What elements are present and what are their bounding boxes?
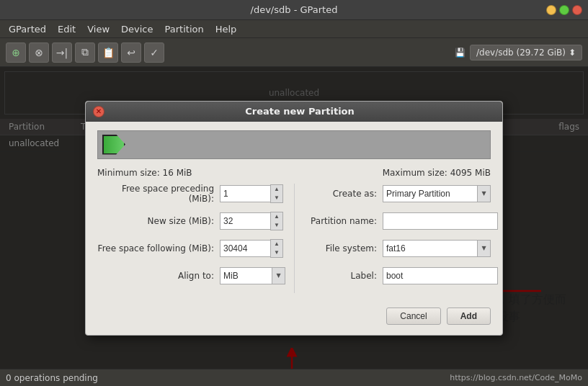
partition-name-input[interactable] bbox=[383, 212, 498, 230]
partition-name-label: Partition name: bbox=[303, 216, 383, 226]
dialog-close-button[interactable]: ✕ bbox=[93, 106, 104, 117]
free-preceding-label: Free space preceding (MiB): bbox=[97, 184, 220, 204]
free-following-input[interactable] bbox=[220, 240, 270, 257]
new-size-spinner-btns: ▲ ▼ bbox=[270, 212, 283, 230]
file-system-label: File system: bbox=[303, 243, 383, 253]
menu-device[interactable]: Device bbox=[115, 22, 159, 36]
title-bar: /dev/sdb - GParted bbox=[0, 0, 588, 20]
menu-edit[interactable]: Edit bbox=[52, 22, 81, 36]
new-size-up[interactable]: ▲ bbox=[271, 212, 282, 221]
form-left: Free space preceding (MiB): ▲ ▼ bbox=[97, 184, 294, 293]
device-spinner-icon: ⬍ bbox=[569, 48, 576, 58]
label-label: Label: bbox=[303, 271, 383, 281]
menu-gparted[interactable]: GParted bbox=[3, 22, 52, 36]
new-size-label: New size (MiB): bbox=[97, 216, 220, 226]
modal-overlay: ✕ Create new Partition Minimum size: 16 … bbox=[0, 67, 588, 369]
window-controls bbox=[546, 5, 582, 15]
toolbar: ⊕ ⊗ →| ⧉ 📋 ↩ ✓ 💾 /dev/sdb (29.72 GiB) ⬍ bbox=[0, 38, 588, 67]
free-following-spinner: ▲ ▼ bbox=[220, 239, 285, 258]
toolbar-cancel-btn[interactable]: ⊗ bbox=[29, 42, 49, 63]
new-size-input[interactable] bbox=[220, 212, 270, 230]
align-to-label: Align to: bbox=[97, 271, 220, 281]
device-label: /dev/sdb (29.72 GiB) bbox=[476, 48, 566, 58]
operations-pending: 0 operations pending bbox=[6, 373, 98, 383]
menu-help[interactable]: Help bbox=[210, 22, 243, 36]
min-size-value: 16 MiB bbox=[163, 168, 192, 178]
close-button[interactable] bbox=[572, 5, 582, 15]
menu-view[interactable]: View bbox=[81, 22, 115, 36]
free-preceding-spinner: ▲ ▼ bbox=[220, 184, 285, 203]
new-size-spinner: ▲ ▼ bbox=[220, 212, 285, 230]
dialog-title-bar: ✕ Create new Partition bbox=[86, 102, 502, 122]
align-to-row: Align to: MiB Cylinder None ▼ bbox=[97, 266, 285, 286]
status-url: https://blog.csdn.net/Code_MoMo bbox=[450, 373, 582, 382]
create-partition-dialog: ✕ Create new Partition Minimum size: 16 … bbox=[85, 101, 503, 336]
toolbar-paste-btn[interactable]: 📋 bbox=[98, 42, 118, 63]
free-preceding-row: Free space preceding (MiB): ▲ ▼ bbox=[97, 184, 285, 204]
menu-bar: GParted Edit View Device Partition Help bbox=[0, 20, 588, 38]
max-size-info: Maximum size: 4095 MiB bbox=[383, 168, 491, 178]
create-as-select-wrapper: Primary Partition Extended Partition Log… bbox=[383, 185, 491, 202]
window-title: /dev/sdb - GParted bbox=[251, 4, 338, 15]
create-as-row: Create as: Primary Partition Extended Pa… bbox=[303, 184, 491, 204]
create-as-label: Create as: bbox=[303, 189, 383, 199]
label-row: Label: bbox=[303, 266, 491, 286]
dialog-title: Create new Partition bbox=[104, 106, 495, 117]
create-as-arrow[interactable]: ▼ bbox=[478, 185, 491, 202]
free-following-up[interactable]: ▲ bbox=[271, 240, 282, 248]
cancel-button[interactable]: Cancel bbox=[386, 308, 440, 325]
free-preceding-spinner-btns: ▲ ▼ bbox=[270, 184, 283, 203]
new-size-row: New size (MiB): ▲ ▼ bbox=[97, 211, 285, 231]
free-following-spinner-btns: ▲ ▼ bbox=[270, 239, 283, 258]
main-content: unallocated Partition Type File System S… bbox=[0, 67, 588, 369]
form-grid: Free space preceding (MiB): ▲ ▼ bbox=[97, 184, 491, 293]
status-bar: 0 operations pending https://blog.csdn.n… bbox=[0, 369, 588, 386]
free-preceding-up[interactable]: ▲ bbox=[271, 185, 282, 194]
partition-arrow-icon bbox=[102, 135, 125, 155]
align-to-arrow[interactable]: ▼ bbox=[272, 267, 285, 284]
free-following-label: Free space following (MiB): bbox=[97, 243, 220, 253]
toolbar-left: ⊕ ⊗ →| ⧉ 📋 ↩ ✓ bbox=[6, 42, 164, 63]
max-size-value: 4095 MiB bbox=[450, 168, 491, 178]
toolbar-right: 💾 /dev/sdb (29.72 GiB) ⬍ bbox=[455, 45, 582, 60]
min-size-label: Minimum size: bbox=[97, 168, 160, 178]
create-as-select[interactable]: Primary Partition Extended Partition Log… bbox=[383, 185, 478, 202]
file-system-row: File system: fat16 fat32 ext4 ext3 ntfs … bbox=[303, 238, 491, 259]
free-following-row: Free space following (MiB): ▲ ▼ bbox=[97, 238, 285, 259]
max-size-label: Maximum size: bbox=[383, 168, 447, 178]
partition-visual bbox=[97, 130, 491, 159]
free-preceding-input[interactable] bbox=[220, 185, 270, 202]
file-system-select-wrapper: fat16 fat32 ext4 ext3 ntfs linux-swap ▼ bbox=[383, 240, 491, 257]
file-system-select[interactable]: fat16 fat32 ext4 ext3 ntfs linux-swap bbox=[383, 240, 478, 257]
dialog-body: Minimum size: 16 MiB Maximum size: 4095 … bbox=[86, 122, 502, 302]
toolbar-apply-btn[interactable]: →| bbox=[52, 42, 72, 63]
align-to-select[interactable]: MiB Cylinder None bbox=[220, 267, 272, 284]
menu-partition[interactable]: Partition bbox=[159, 22, 210, 36]
add-button[interactable]: Add bbox=[447, 308, 491, 325]
free-following-down[interactable]: ▼ bbox=[271, 248, 282, 257]
label-input[interactable] bbox=[383, 267, 498, 284]
form-right: Create as: Primary Partition Extended Pa… bbox=[294, 184, 491, 293]
size-info-row: Minimum size: 16 MiB Maximum size: 4095 … bbox=[97, 168, 491, 178]
partition-name-row: Partition name: bbox=[303, 211, 491, 231]
new-size-down[interactable]: ▼ bbox=[271, 221, 282, 230]
toolbar-check-btn[interactable]: ✓ bbox=[144, 42, 164, 63]
align-to-select-wrapper: MiB Cylinder None ▼ bbox=[220, 267, 285, 284]
min-size-info: Minimum size: 16 MiB bbox=[97, 168, 192, 178]
toolbar-undo-btn[interactable]: ↩ bbox=[121, 42, 141, 63]
free-preceding-down[interactable]: ▼ bbox=[271, 194, 282, 202]
maximize-button[interactable] bbox=[559, 5, 569, 15]
dialog-buttons: Cancel Add bbox=[86, 302, 502, 335]
file-system-arrow[interactable]: ▼ bbox=[478, 240, 491, 257]
toolbar-copy-btn[interactable]: ⧉ bbox=[75, 42, 95, 63]
device-selector[interactable]: /dev/sdb (29.72 GiB) ⬍ bbox=[470, 45, 582, 60]
minimize-button[interactable] bbox=[546, 5, 556, 15]
toolbar-new-btn[interactable]: ⊕ bbox=[6, 42, 26, 63]
